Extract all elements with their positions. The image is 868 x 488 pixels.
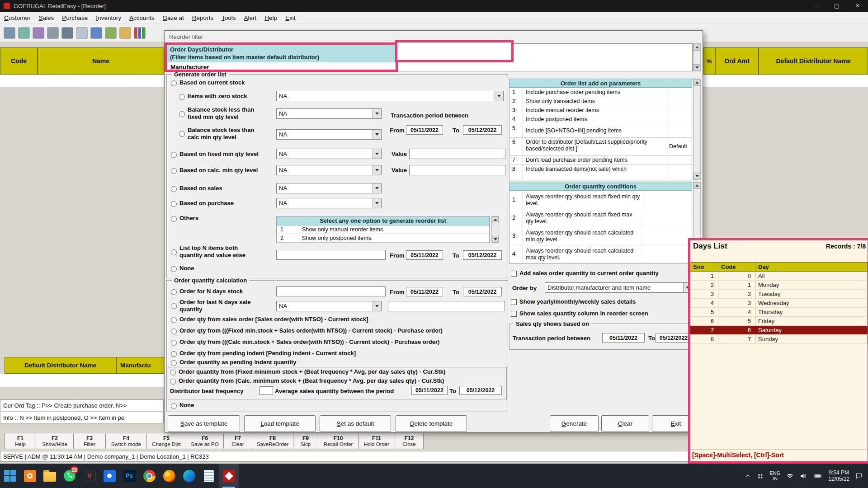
close-button[interactable]: ✕ bbox=[847, 0, 868, 12]
label-balance-calc-2[interactable]: calc min qty level bbox=[188, 134, 236, 141]
last-n-days-combo[interactable]: NA bbox=[276, 301, 382, 311]
chevron-down-icon[interactable] bbox=[373, 109, 381, 118]
label-beat-fixed[interactable]: Order quantity from (Fixed minimum stock… bbox=[179, 368, 445, 375]
wifi-icon[interactable] bbox=[786, 472, 794, 480]
radio-based-calc-min[interactable] bbox=[171, 168, 177, 174]
fixed-min-combo[interactable]: NA bbox=[276, 149, 382, 159]
based-purchase-combo[interactable]: NA bbox=[276, 198, 382, 208]
journal-icon[interactable] bbox=[90, 27, 102, 39]
condition-row[interactable]: 2Always reorder qty should reach fixed m… bbox=[509, 209, 692, 227]
days-list-row[interactable]: 43Wednesday bbox=[690, 299, 868, 308]
radio-based-on-purchase[interactable] bbox=[171, 201, 177, 207]
cash-icon[interactable] bbox=[18, 27, 30, 39]
menu-alert[interactable]: Alert bbox=[240, 14, 261, 21]
radio-qty-from-sales-order[interactable] bbox=[171, 317, 177, 323]
label-qty-pending-indent[interactable]: Order qty from pending indent [Pending i… bbox=[179, 350, 356, 357]
radio-n-days-stock[interactable] bbox=[171, 289, 177, 295]
top-n-input[interactable] bbox=[276, 250, 386, 260]
last-n-days-input[interactable] bbox=[388, 301, 505, 311]
taskbar-firefox[interactable] bbox=[159, 464, 179, 488]
sales-to-date-input[interactable]: 05/12/2022 bbox=[656, 333, 692, 343]
param-row[interactable]: 6Order to distributor [Default/Last supp… bbox=[509, 138, 692, 156]
radio-qty-as-indent[interactable] bbox=[171, 360, 177, 366]
fkey-f8[interactable]: F8SaveReOrder bbox=[252, 433, 293, 449]
n-days-from-date-input[interactable]: 05/11/2022 bbox=[406, 287, 443, 296]
param-row[interactable]: 7Don't load purchase order pending items bbox=[509, 156, 692, 165]
radio-items-zero-stock[interactable] bbox=[179, 94, 185, 100]
chevron-down-icon[interactable] bbox=[373, 301, 381, 311]
days-list-row[interactable]: 10All bbox=[690, 272, 868, 281]
copy-icon[interactable] bbox=[76, 27, 88, 39]
scroll-up-icon[interactable] bbox=[693, 44, 700, 51]
scroll-down-icon[interactable] bbox=[492, 236, 499, 243]
chevron-down-icon[interactable] bbox=[373, 183, 381, 193]
fkey-f7[interactable]: F7Clear bbox=[223, 433, 252, 449]
order-by-combo[interactable]: Distributor,manufacturer and item name bbox=[545, 282, 692, 293]
generate-button[interactable]: Generate bbox=[550, 415, 599, 432]
label-top-n-1[interactable]: List top N items both bbox=[179, 244, 238, 251]
fkey-f11[interactable]: F11Hold Order bbox=[358, 433, 395, 449]
set-as-default-button[interactable]: Set as default bbox=[320, 415, 391, 432]
fkey-f1[interactable]: F1Help bbox=[5, 433, 36, 449]
menu-purchase[interactable]: Purchase bbox=[58, 14, 92, 21]
chart-icon[interactable] bbox=[134, 27, 146, 39]
top-n-to-date-input[interactable]: 05/12/2022 bbox=[463, 250, 502, 260]
days-col-day[interactable]: Day bbox=[755, 263, 868, 271]
maximize-button[interactable]: ▢ bbox=[826, 0, 847, 12]
label-balance-calc-1[interactable]: Balance stock less than bbox=[188, 127, 254, 133]
load-template-button[interactable]: Load template bbox=[244, 415, 316, 432]
battery-icon[interactable] bbox=[813, 472, 822, 480]
language-indicator[interactable]: ENGIN bbox=[769, 470, 780, 481]
sales-from-date-input[interactable]: 05/11/2022 bbox=[602, 333, 645, 343]
menu-customer[interactable]: Customer bbox=[0, 14, 35, 21]
chevron-down-icon[interactable] bbox=[373, 130, 381, 139]
days-col-sno[interactable]: Sno bbox=[690, 263, 718, 271]
label-add-so-qty[interactable]: Add sales order quantity to current orde… bbox=[519, 270, 659, 277]
radio-balance-fixed-min[interactable] bbox=[179, 111, 185, 117]
days-list-row[interactable]: 54Thursday bbox=[690, 308, 868, 317]
param-row[interactable]: 5Include [SO+NTSO+IN] pending items bbox=[509, 124, 692, 138]
fkey-f12[interactable]: F12Close bbox=[395, 433, 424, 449]
condition-row[interactable]: 4Always reorder qty should reach calcula… bbox=[509, 245, 692, 263]
checkbox-add-so-qty[interactable] bbox=[511, 271, 517, 277]
delete-template-button[interactable]: Delete template bbox=[396, 415, 467, 432]
others-option-row[interactable]: 1Show only manual reorder items. bbox=[277, 225, 489, 234]
label-qty-as-indent[interactable]: Order quantity as pending indent quantit… bbox=[179, 359, 297, 366]
action-center-icon[interactable] bbox=[855, 472, 863, 479]
txn-to-date-input[interactable]: 05/12/2022 bbox=[463, 125, 502, 135]
hidden-icons-chevron[interactable] bbox=[745, 473, 751, 479]
fkey-f3[interactable]: F3Filter bbox=[73, 433, 106, 449]
label-current-stock[interactable]: Based on current stock bbox=[179, 79, 245, 86]
radio-qty-calc-formula[interactable] bbox=[171, 340, 177, 346]
taskbar-chrome[interactable] bbox=[139, 464, 159, 488]
radio-others[interactable] bbox=[171, 216, 177, 222]
label-n-days[interactable]: Order for N days stock bbox=[179, 288, 243, 295]
chevron-down-icon[interactable] bbox=[495, 91, 503, 101]
radio-generate-none[interactable] bbox=[171, 266, 177, 272]
taskbar-notepad[interactable] bbox=[199, 464, 219, 488]
menu-help[interactable]: Help bbox=[260, 14, 281, 21]
param-row[interactable]: 2Show only transacted items bbox=[509, 97, 692, 106]
condition-row[interactable]: 1Always reorder qty should reach fixed m… bbox=[509, 191, 692, 209]
fixed-min-value-input[interactable] bbox=[409, 149, 505, 159]
calc-min-combo[interactable]: NA bbox=[276, 165, 382, 175]
radio-last-n-days-sale[interactable] bbox=[171, 303, 177, 309]
beat-frequency-input[interactable] bbox=[259, 386, 273, 395]
param-row[interactable]: 1Include purchase order pending items bbox=[509, 88, 692, 97]
days-list-row[interactable]: 21Monday bbox=[690, 281, 868, 290]
menu-sales[interactable]: Sales bbox=[35, 14, 58, 21]
calc-min-value-input[interactable] bbox=[409, 165, 505, 175]
volume-icon[interactable] bbox=[800, 472, 807, 480]
save-as-template-button[interactable]: Save as template bbox=[168, 415, 240, 432]
radio-qty-none[interactable] bbox=[171, 403, 177, 409]
scroll-down-icon[interactable] bbox=[693, 173, 700, 179]
fkey-f6[interactable]: F6Save as PO bbox=[186, 433, 224, 449]
chevron-down-icon[interactable] bbox=[373, 165, 381, 175]
radio-based-on-sales[interactable] bbox=[171, 186, 177, 192]
scroll-down-icon[interactable] bbox=[693, 64, 700, 71]
label-top-n-2[interactable]: quantity and value wise bbox=[179, 252, 245, 258]
taskbar-edge[interactable] bbox=[179, 464, 199, 488]
n-days-input[interactable] bbox=[276, 286, 386, 296]
filter-list-scrollbar[interactable] bbox=[693, 43, 701, 71]
chevron-down-icon[interactable] bbox=[373, 149, 381, 159]
